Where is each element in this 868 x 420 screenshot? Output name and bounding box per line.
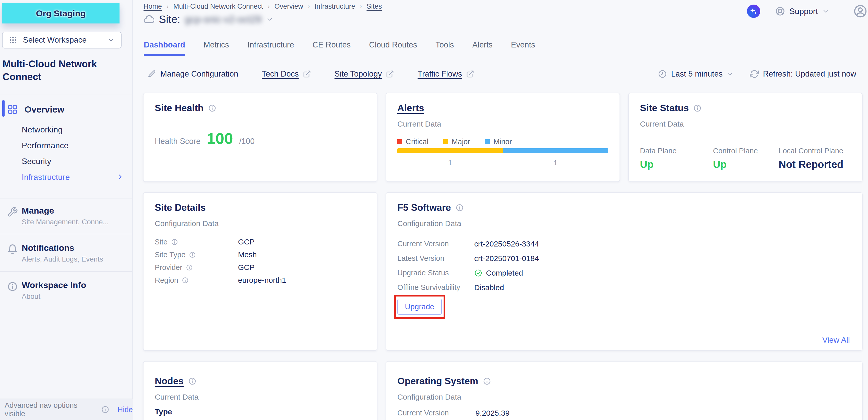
breadcrumb-overview[interactable]: Overview (275, 3, 303, 10)
info-icon[interactable] (189, 251, 196, 258)
sidebar-item-security[interactable]: Security (22, 157, 51, 166)
site-details-card: Site Details Configuration Data Site GCP… (143, 192, 377, 351)
info-icon[interactable] (182, 277, 189, 284)
row-current-version: Current Version crt-20250526-3344 (397, 236, 851, 251)
alerts-stacked-bar[interactable] (397, 148, 608, 153)
divider (0, 271, 133, 272)
health-score-row: Health Score 100 /100 (155, 129, 255, 148)
wrench-icon (7, 207, 18, 217)
operating-system-title: Operating System (397, 376, 478, 387)
alerts-title-link[interactable]: Alerts (397, 103, 424, 114)
ai-assistant-button[interactable] (747, 5, 760, 18)
sidebar-item-overview[interactable]: Overview (0, 102, 133, 117)
info-icon[interactable] (693, 104, 702, 112)
legend-label: Critical (406, 137, 429, 146)
sidebar-item-networking[interactable]: Networking (22, 125, 63, 134)
manage-configuration-button[interactable]: Manage Configuration (148, 69, 238, 78)
major-bar-segment[interactable] (397, 148, 503, 153)
tab-alerts[interactable]: Alerts (472, 40, 493, 56)
legend-item-minor: Minor (485, 137, 512, 146)
major-count: 1 (397, 158, 503, 167)
chevron-down-icon (822, 8, 829, 15)
time-range-selector[interactable]: Last 5 minutes (658, 69, 734, 78)
row-label: Current Version (397, 239, 474, 248)
chevron-down-icon[interactable] (266, 16, 273, 23)
support-menu[interactable]: Support (775, 6, 829, 16)
support-label: Support (789, 7, 818, 16)
user-menu[interactable] (854, 5, 868, 18)
info-icon[interactable] (208, 104, 216, 112)
operating-system-card: Operating System Configuration Data Curr… (385, 361, 863, 420)
workspace-selector-label: Select Workspace (23, 35, 87, 45)
legend-label: Major (452, 137, 470, 146)
grid-dots-icon (9, 36, 18, 44)
tab-tools[interactable]: Tools (435, 40, 454, 56)
sidebar-item-performance[interactable]: Performance (22, 141, 68, 150)
breadcrumb-mcn-connect[interactable]: Multi-Cloud Network Connect (174, 3, 263, 10)
legend-item-major: Major (443, 137, 470, 146)
sidebar-item-manage[interactable]: Manage Site Management, Conne... (0, 206, 133, 231)
status-value: Up (713, 159, 758, 170)
tab-metrics[interactable]: Metrics (204, 40, 229, 56)
info-icon[interactable] (186, 264, 193, 271)
site-title-prefix: Site: (159, 13, 180, 26)
info-icon[interactable] (483, 377, 491, 385)
breadcrumb-sites[interactable]: Sites (367, 3, 382, 10)
breadcrumb-separator: › (268, 3, 270, 10)
info-icon[interactable] (101, 406, 109, 414)
row-offline-survivability: Offline Survivability Disabled (397, 280, 851, 295)
divider (0, 234, 133, 234)
legend-label: Minor (493, 137, 512, 146)
traffic-flows-link[interactable]: Traffic Flows (417, 69, 474, 78)
row-label: Latest Version (397, 254, 474, 263)
annotation-highlight-box (394, 295, 445, 319)
control-node-column: Control Node (155, 418, 200, 420)
critical-swatch (397, 139, 402, 144)
nodes-card: Nodes Current Data Type Control Node Wor… (143, 361, 377, 420)
info-icon[interactable] (188, 377, 196, 385)
f5-software-title: F5 Software (397, 202, 451, 213)
breadcrumb-infrastructure[interactable]: Infrastructure (315, 3, 355, 10)
breadcrumb: Home › Multi-Cloud Network Connect › Ove… (144, 3, 382, 10)
tab-dashboard[interactable]: Dashboard (144, 40, 185, 56)
operating-system-subtitle: Configuration Data (397, 393, 461, 401)
view-all-link[interactable]: View All (822, 335, 850, 345)
tech-docs-label: Tech Docs (262, 69, 299, 78)
detail-row-site: Site GCP (155, 235, 366, 248)
row-value: GCP (238, 263, 255, 272)
workspace-selector[interactable]: Select Workspace (2, 32, 122, 49)
site-name-redacted[interactable]: gcp-snic-v2-oct29 (185, 14, 261, 25)
site-topology-link[interactable]: Site Topology (335, 69, 394, 78)
tech-docs-link[interactable]: Tech Docs (262, 69, 311, 78)
page-toolbar: Manage Configuration Tech Docs Site Topo… (148, 69, 474, 78)
status-value: Up (640, 159, 677, 170)
site-details-subtitle: Configuration Data (155, 219, 219, 228)
sidebar-item-notifications[interactable]: Notifications Alerts, Audit Logs, Events (0, 243, 133, 268)
health-score-label: Health Score (155, 137, 200, 146)
info-icon[interactable] (456, 204, 464, 212)
nodes-type-header: Type (155, 408, 172, 416)
tab-ce-routes[interactable]: CE Routes (312, 40, 351, 56)
nodes-title-link[interactable]: Nodes (155, 376, 184, 387)
breadcrumb-separator: › (308, 3, 310, 10)
row-label: Region (155, 276, 178, 285)
advanced-nav-text: Advanced nav options visible (5, 401, 97, 418)
sidebar-item-infrastructure[interactable]: Infrastructure (22, 172, 70, 182)
sidebar-item-description: About (22, 292, 40, 300)
tab-events[interactable]: Events (511, 40, 535, 56)
hide-advanced-nav-link[interactable]: Hide (118, 406, 133, 414)
f5-software-rows: Current Version crt-20250526-3344 Latest… (397, 236, 851, 295)
sidebar-item-workspace-info[interactable]: Workspace Info About (0, 280, 133, 306)
status-value: Not Reported (779, 159, 843, 170)
major-swatch (443, 139, 448, 144)
refresh-button[interactable]: Refresh: Updated just now (750, 69, 856, 78)
row-value: GCP (238, 237, 255, 246)
breadcrumb-home[interactable]: Home (144, 3, 162, 10)
tab-cloud-routes[interactable]: Cloud Routes (369, 40, 417, 56)
row-label: Site (155, 238, 167, 246)
info-icon[interactable] (171, 238, 178, 246)
minor-bar-segment[interactable] (503, 148, 608, 153)
row-label: Offline Survivability (397, 283, 474, 292)
tab-infrastructure[interactable]: Infrastructure (247, 40, 294, 56)
life-ring-icon (775, 6, 785, 16)
